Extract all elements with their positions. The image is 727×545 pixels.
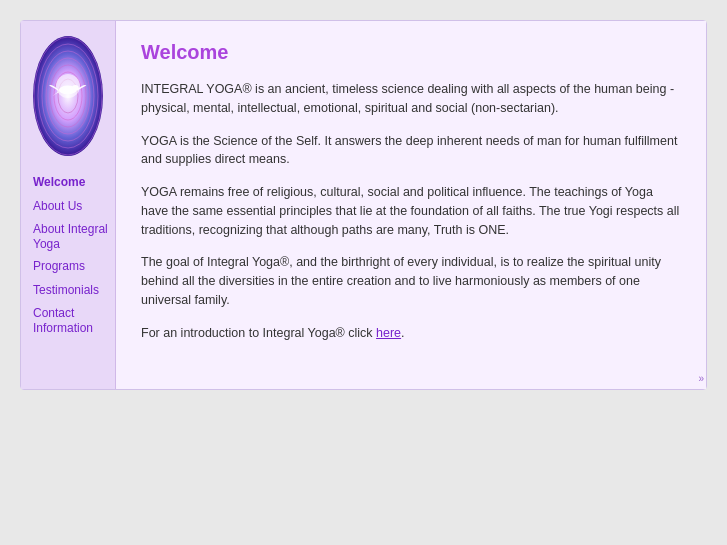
sidebar-nav: Welcome About Us About Integral Yoga Pro… <box>21 171 115 339</box>
logo-area <box>21 21 115 171</box>
page-title: Welcome <box>141 41 681 64</box>
sidebar-item-testimonials[interactable]: Testimonials <box>31 279 115 303</box>
main-container: Welcome About Us About Integral Yoga Pro… <box>20 20 707 390</box>
sidebar: Welcome About Us About Integral Yoga Pro… <box>21 21 116 389</box>
paragraph-2: YOGA is the Science of the Self. It answ… <box>141 132 681 170</box>
intro-line: For an introduction to Integral Yoga® cl… <box>141 324 681 343</box>
sidebar-item-about-us[interactable]: About Us <box>31 195 115 219</box>
paragraph-1: INTEGRAL YOGA® is an ancient, timeless s… <box>141 80 681 118</box>
intro-suffix: . <box>401 326 404 340</box>
sidebar-item-programs[interactable]: Programs <box>31 255 115 279</box>
paragraph-3: YOGA remains free of religious, cultural… <box>141 183 681 239</box>
svg-point-10 <box>72 85 79 91</box>
paragraph-4: The goal of Integral Yoga®, and the birt… <box>141 253 681 309</box>
here-link[interactable]: here <box>376 326 401 340</box>
intro-prefix: For an introduction to Integral Yoga® cl… <box>141 326 376 340</box>
sidebar-item-welcome[interactable]: Welcome <box>31 171 115 195</box>
sidebar-item-contact-information[interactable]: Contact Information <box>31 302 115 339</box>
logo-image <box>31 31 106 161</box>
main-content-area: Welcome INTEGRAL YOGA® is an ancient, ti… <box>116 21 706 389</box>
scroll-indicator: » <box>698 373 704 384</box>
sidebar-item-about-integral-yoga[interactable]: About Integral Yoga <box>31 218 115 255</box>
